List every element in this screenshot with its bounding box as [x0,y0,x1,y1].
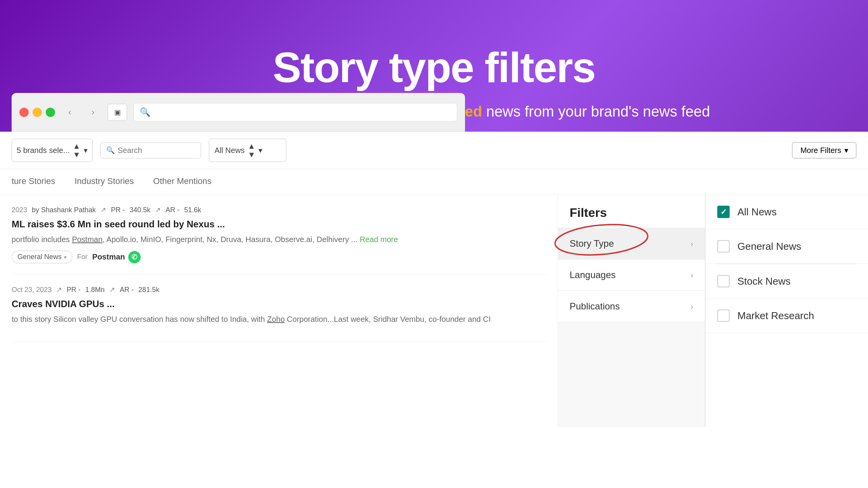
close-button[interactable] [19,108,29,117]
brands-selector[interactable]: 5 brands sele... ▲ ▼ ▾ [12,139,93,162]
main-area: 5 brands sele... ▲ ▼ ▾ 🔍 All News ▲ ▼ ▾ … [0,132,868,427]
trend-up-icon-4: ↗ [109,285,115,294]
zoho-link[interactable]: Zoho [267,315,285,323]
brands-chevron-icon: ▾ [84,146,88,155]
article-card-2: Oct 23, 2023 ↗ PR - 1.8Mn ↗ AR - 281.5k … [12,275,546,342]
address-search-icon: 🔍 [140,107,150,117]
sub-filter-all-news[interactable]: All News [706,195,868,229]
article-author: by Shashank Pathak [32,206,96,214]
hero-title: Story type filters [273,43,595,92]
search-bar[interactable]: 🔍 [100,143,201,158]
brands-label: 5 brands sele... [17,146,70,155]
maximize-button[interactable] [46,108,55,117]
sub-filter-general-news[interactable]: General News [706,229,868,264]
article-pr-label: PR - [111,206,125,214]
forward-button[interactable]: › [84,104,102,121]
back-button[interactable]: ‹ [61,104,78,121]
news-stepper-up-icon[interactable]: ▲ [248,142,255,150]
excerpt-text-2: to this story Silicon valley GPU convers… [12,315,491,323]
sub-filter-stock-news-label: Stock News [737,275,790,287]
article-ar-value: 51.6k [184,206,201,214]
article-title-2: Craves NVIDIA GPUs ... [12,299,546,309]
search-input[interactable] [118,146,188,155]
read-more-link[interactable]: Read more [360,235,398,244]
trend-up-icon-3: ↗ [56,285,62,294]
news-type-label: All News [215,146,245,155]
filter-story-type-chevron-icon: › [691,239,693,248]
tab-industry-label: Industry Stories [75,176,134,186]
traffic-lights [19,108,55,117]
filter-story-type[interactable]: Story Type › [558,228,705,259]
article-footer: General News ▾ For Postman ✆ [12,251,546,263]
article-ar-value-2: 281.5k [138,286,159,294]
filter-languages[interactable]: Languages › [558,259,705,291]
trend-up-icon: ↗ [100,206,106,214]
sub-filter-general-news-label: General News [737,241,801,253]
filter-publications-chevron-icon: › [691,302,693,311]
sub-filters-panel: All News General News Stock News Market … [705,195,868,427]
article-pr-label-2: PR - [67,286,81,294]
toolbar: 5 brands sele... ▲ ▼ ▾ 🔍 All News ▲ ▼ ▾ … [0,132,868,169]
tab-feature-label: ture Stories [12,176,55,186]
article-title: ML raises $3.6 Mn in seed round led by N… [12,219,546,230]
article-ar-label: AR - [165,206,179,214]
filters-header: Filters [558,195,705,228]
browser-chrome: ‹ › ▣ 🔍 [12,93,465,132]
article-excerpt-2: to this story Silicon valley GPU convers… [12,313,546,325]
sidebar-icon: ▣ [114,108,121,117]
brand-name: Postman [92,253,125,261]
tabs-bar: ture Stories Industry Stories Other Ment… [0,169,868,195]
trend-up-icon-2: ↗ [155,206,161,214]
article-date-2: Oct 23, 2023 [12,286,52,294]
tag-chevron-icon: ▾ [64,254,67,260]
sidebar-button[interactable]: ▣ [108,104,127,121]
article-ar-label-2: AR - [120,286,134,294]
subtitle-end: news from your brand's news feed [486,103,710,120]
more-filters-button[interactable]: More Filters ▾ [792,142,856,158]
postman-link[interactable]: Postman [72,235,103,244]
article-card: 2023 by Shashank Pathak ↗ PR - 340.5k ↗ … [12,195,546,275]
article-meta-2: Oct 23, 2023 ↗ PR - 1.8Mn ↗ AR - 281.5k [12,285,546,294]
search-icon: 🔍 [106,146,115,155]
more-filters-chevron-icon: ▾ [844,146,848,155]
for-label: For [77,253,88,261]
filter-story-type-label: Story Type [570,238,614,249]
news-stepper-down-icon[interactable]: ▼ [248,151,255,158]
minimize-button[interactable] [33,108,42,117]
tab-other-label: Other Mentions [153,176,211,186]
excerpt-text: portfolio includes Postman, Apollo.io, M… [12,235,358,244]
sub-filter-stock-news[interactable]: Stock News [706,264,868,299]
whatsapp-icon[interactable]: ✆ [128,251,141,263]
forward-icon: › [91,107,94,117]
filter-publications[interactable]: Publications › [558,291,705,322]
article-meta: 2023 by Shashank Pathak ↗ PR - 340.5k ↗ … [12,206,546,214]
more-filters-label: More Filters [800,146,841,155]
sub-filter-all-news-label: All News [737,206,777,218]
story-type-label: General News [17,253,62,261]
address-bar[interactable]: 🔍 [133,103,457,122]
checkbox-stock-news[interactable] [717,275,730,287]
checkbox-market-research[interactable] [717,309,730,322]
article-pr-value-2: 1.8Mn [85,286,105,294]
news-feed: 2023 by Shashank Pathak ↗ PR - 340.5k ↗ … [0,195,558,427]
article-pr-value: 340.5k [129,206,150,214]
stepper-up-icon[interactable]: ▲ [73,142,81,150]
brands-stepper[interactable]: ▲ ▼ [73,142,81,158]
back-icon: ‹ [68,107,71,117]
checkbox-general-news[interactable] [717,240,730,253]
story-type-tag[interactable]: General News ▾ [12,251,72,263]
filters-panel: Filters Story Type › Languages › Publica… [558,195,705,427]
news-type-selector[interactable]: All News ▲ ▼ ▾ [209,139,286,162]
news-stepper[interactable]: ▲ ▼ [248,142,255,158]
stepper-down-icon[interactable]: ▼ [73,151,81,158]
article-date: 2023 [12,206,27,214]
sub-filter-market-research[interactable]: Market Research [706,299,868,333]
checkbox-all-news[interactable] [717,206,730,218]
tab-other-mentions[interactable]: Other Mentions [153,169,211,194]
tab-industry-stories[interactable]: Industry Stories [75,169,134,194]
tab-feature-stories[interactable]: ture Stories [12,169,55,194]
news-chevron-icon: ▾ [258,146,262,155]
content-area: 2023 by Shashank Pathak ↗ PR - 340.5k ↗ … [0,195,868,427]
brand-tag: Postman ✆ [92,251,140,263]
sub-filter-market-research-label: Market Research [737,310,814,322]
